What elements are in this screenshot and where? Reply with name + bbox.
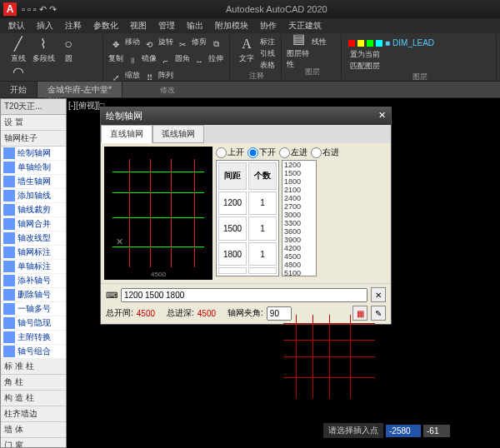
palette-section-pillaralign[interactable]: 柱齐墙边 — [1, 406, 66, 422]
palette-section-settings[interactable]: 设 置 — [1, 115, 66, 131]
menu-addons[interactable]: 附加模块 — [210, 20, 253, 32]
palette-item-icon — [3, 246, 15, 258]
palette-item[interactable]: 轴号隐现 — [1, 316, 66, 331]
list-item[interactable]: 3600 — [282, 227, 316, 236]
total-depth-label: 总进深: — [167, 307, 194, 319]
mirror-button[interactable]: ⦀ — [125, 53, 140, 68]
color-swatch-icon — [376, 40, 382, 47]
palette-item[interactable]: 一轴多号 — [1, 302, 66, 316]
palette-item[interactable]: 轴改线型 — [1, 231, 66, 246]
palette-item[interactable]: 主附转换 — [1, 331, 66, 345]
trim-button[interactable]: ✂ — [175, 37, 190, 52]
coord-x-field[interactable] — [386, 425, 421, 437]
table-button[interactable]: 表格 — [260, 60, 275, 71]
fillet-button[interactable]: ⌐ — [158, 53, 173, 68]
circle-button[interactable]: ○圆 — [57, 37, 80, 63]
spacing-table[interactable]: 间距个数 120011500118001 — [216, 160, 279, 276]
palette-section-axis[interactable]: 轴网柱子 — [1, 131, 66, 147]
palette-item-icon — [3, 303, 15, 315]
palette-item[interactable]: 添补轴号 — [1, 274, 66, 288]
palette-item[interactable]: 删除轴号 — [1, 288, 66, 302]
qat-redo-icon[interactable]: ↷ — [49, 4, 57, 15]
list-item[interactable]: 4500 — [282, 252, 316, 261]
layer-dropdown[interactable]: ■ DIM_LEAD — [385, 38, 434, 47]
table-row[interactable]: 18001 — [218, 242, 277, 266]
list-item[interactable]: 2400 — [282, 194, 316, 202]
menu-parametric[interactable]: 参数化 — [88, 20, 123, 32]
menu-collab[interactable]: 协作 — [255, 20, 282, 32]
menu-manage[interactable]: 管理 — [153, 20, 180, 32]
menu-insert[interactable]: 插入 — [32, 20, 58, 32]
palette-section-corner[interactable]: 角 柱 — [1, 375, 66, 391]
close-icon[interactable]: ✕ — [378, 110, 386, 122]
qat-undo-icon[interactable]: ↶ — [39, 4, 47, 15]
table-row[interactable]: 12001 — [218, 192, 277, 216]
list-item[interactable]: 3300 — [282, 219, 316, 227]
palette-item[interactable]: 轴号组合 — [1, 345, 66, 359]
palette-item[interactable]: 轴网合并 — [1, 217, 66, 231]
menu-default[interactable]: 默认 — [3, 20, 30, 32]
palette-item[interactable]: 轴线裁剪 — [1, 203, 66, 217]
palette-item[interactable]: 绘制轴网 — [1, 147, 66, 161]
radio-left[interactable]: 左进 — [279, 147, 308, 158]
palette-item[interactable]: 单轴标注 — [1, 260, 66, 274]
list-item[interactable]: 5100 — [282, 269, 316, 276]
preset-list[interactable]: 1200150018002100240027003000330036003900… — [282, 160, 317, 276]
radio-right[interactable]: 右进 — [311, 147, 339, 158]
list-item[interactable]: 1500 — [282, 169, 316, 177]
table-row[interactable]: 15001 — [218, 217, 277, 241]
rotate-button[interactable]: ⟲ — [142, 37, 157, 52]
list-item[interactable]: 2100 — [282, 186, 316, 194]
menubar: 默认 插入 注释 参数化 视图 管理 输出 附加模块 协作 天正建筑 — [0, 18, 500, 33]
linetype-button[interactable]: 线性 — [312, 37, 327, 47]
list-item[interactable]: 1800 — [282, 177, 316, 186]
menu-view[interactable]: 视图 — [125, 20, 152, 32]
tab-arc-axis[interactable]: 弧线轴网 — [152, 125, 204, 143]
menu-tangent[interactable]: 天正建筑 — [283, 20, 327, 32]
qat-new-icon[interactable]: ▫ — [22, 4, 25, 15]
list-item[interactable]: 4200 — [282, 244, 316, 252]
qat-open-icon[interactable]: ▫ — [28, 4, 31, 15]
menu-output[interactable]: 输出 — [182, 20, 208, 32]
table-row[interactable] — [218, 267, 277, 274]
move-button[interactable]: ✥ — [108, 37, 123, 52]
layer-props-button[interactable]: ▤图层特性 — [287, 37, 310, 63]
dim-button[interactable]: 标注 — [260, 37, 275, 47]
palette-section-wall[interactable]: 墙 体 — [1, 422, 66, 438]
tab-file[interactable]: 金城华府-左中堂* — [38, 82, 122, 97]
coord-y-field[interactable] — [423, 425, 450, 437]
palette-item[interactable]: 添加轴线 — [1, 189, 66, 203]
radio-up[interactable]: 上开 — [216, 147, 244, 158]
stretch-button[interactable]: ↔ — [192, 53, 207, 68]
list-item[interactable]: 3900 — [282, 236, 316, 244]
palette-section-struct[interactable]: 构 造 柱 — [1, 391, 66, 406]
palette-item-icon — [3, 317, 15, 329]
palette-section-stdcol[interactable]: 标 准 柱 — [1, 359, 66, 375]
leader-button[interactable]: 引线 — [260, 48, 275, 59]
text-button[interactable]: A文字 — [235, 37, 258, 63]
radio-down[interactable]: 下开 — [248, 147, 276, 158]
palette-item[interactable]: 轴网标注 — [1, 246, 66, 260]
polyline-button[interactable]: ⌇多段线 — [32, 37, 55, 63]
palette-section-door[interactable]: 门 窗 — [1, 438, 66, 448]
array-button[interactable]: ⠿ — [142, 70, 157, 85]
match-layer-button[interactable]: 匹配图层 — [350, 61, 492, 72]
list-item[interactable]: 4800 — [282, 261, 316, 269]
list-item[interactable]: 2700 — [282, 202, 316, 211]
menu-annotate[interactable]: 注释 — [60, 20, 87, 32]
line-button[interactable]: ╱直线 — [7, 37, 30, 63]
set-current-button[interactable]: 置为当前 — [350, 49, 492, 60]
list-item[interactable]: 3000 — [282, 211, 316, 219]
key-input[interactable] — [121, 288, 368, 302]
palette-item[interactable]: 单轴绘制 — [1, 161, 66, 175]
clear-button[interactable]: ✕ — [371, 287, 386, 302]
qat-save-icon[interactable]: ▫ — [33, 4, 37, 15]
crosshair-icon: ✕ — [116, 236, 123, 247]
tab-line-axis[interactable]: 直线轴网 — [101, 125, 152, 143]
palette-item[interactable]: 墙生轴网 — [1, 175, 66, 189]
tab-start[interactable]: 开始 — [0, 82, 38, 97]
drawing-canvas[interactable]: [-][俯视][□… 绘制轴网 ✕ 直线轴网 弧线轴网 — [67, 98, 500, 448]
list-item[interactable]: 1200 — [282, 161, 316, 169]
palette-title: T20天正... — [1, 99, 66, 115]
copy-button[interactable]: ⧉ — [208, 37, 223, 52]
